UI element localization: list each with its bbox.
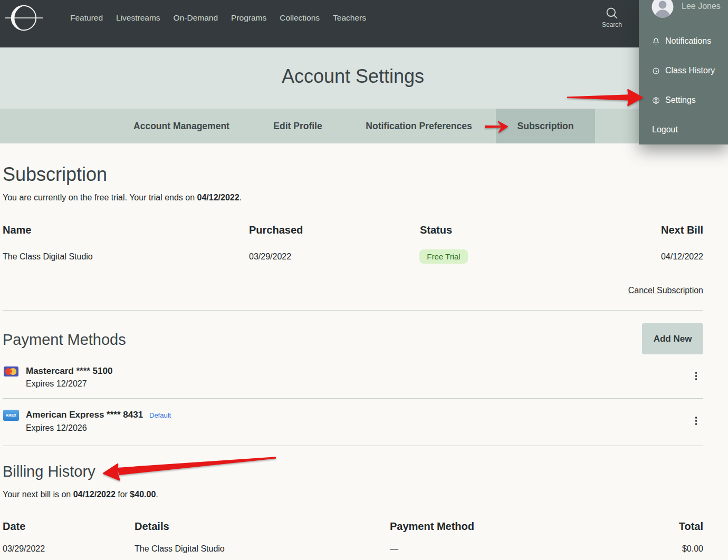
svg-text:AMEX: AMEX xyxy=(6,413,16,417)
